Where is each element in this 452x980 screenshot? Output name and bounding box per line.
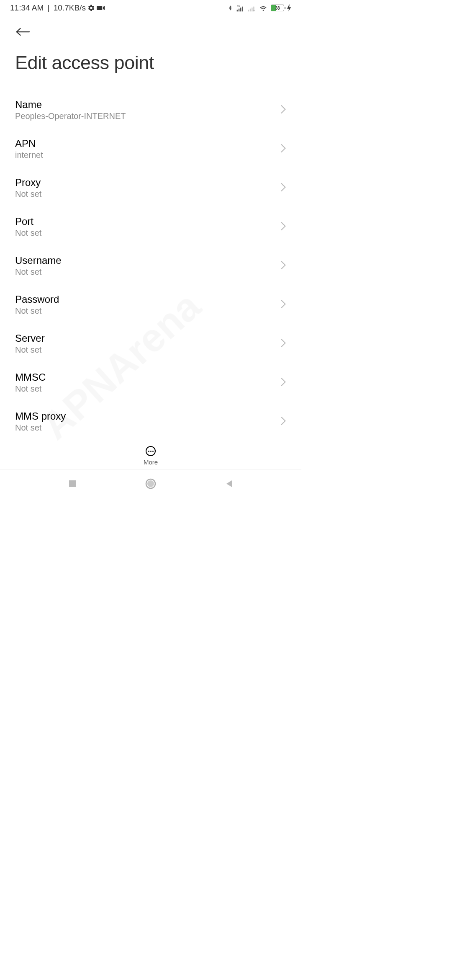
more-button[interactable]: More (144, 446, 158, 466)
svg-rect-8 (252, 8, 253, 11)
setting-mmsc[interactable]: MMSC Not set (15, 363, 286, 402)
status-time: 11:34 AM (10, 3, 44, 13)
chevron-right-icon (280, 299, 286, 310)
setting-password[interactable]: Password Not set (15, 285, 286, 324)
setting-port[interactable]: Port Not set (15, 207, 286, 246)
setting-value: Not set (15, 345, 45, 355)
camera-icon (97, 5, 105, 11)
svg-point-14 (147, 480, 154, 487)
signal-none-icon: × (247, 4, 256, 12)
setting-value: Peoples-Operator-INTERNET (15, 111, 126, 121)
setting-name[interactable]: Name Peoples-Operator-INTERNET (15, 90, 286, 129)
nav-back-button[interactable] (221, 475, 237, 492)
svg-marker-15 (226, 480, 232, 487)
setting-value: Not set (15, 306, 59, 316)
square-icon (68, 480, 77, 488)
settings-list: Name Peoples-Operator-INTERNET APN inter… (0, 90, 301, 441)
bottom-toolbar: More (0, 441, 301, 469)
circle-icon (145, 478, 156, 489)
nav-home-button[interactable] (142, 475, 159, 492)
setting-apn[interactable]: APN internet (15, 129, 286, 168)
setting-server[interactable]: Server Not set (15, 324, 286, 363)
bluetooth-icon (227, 4, 233, 12)
setting-value: Not set (15, 189, 41, 199)
setting-value: Not set (15, 423, 66, 433)
wifi-icon (259, 4, 268, 12)
more-icon (146, 446, 156, 456)
setting-label: Port (15, 216, 41, 227)
signal-4g-icon: 4G (236, 4, 244, 12)
svg-rect-12 (69, 480, 76, 487)
setting-username[interactable]: Username Not set (15, 246, 286, 285)
setting-label: Server (15, 333, 45, 344)
page-title: Edit access point (15, 52, 286, 74)
setting-label: Password (15, 294, 59, 305)
setting-proxy[interactable]: Proxy Not set (15, 168, 286, 207)
charging-icon (287, 4, 291, 12)
svg-text:4G: 4G (237, 5, 240, 8)
back-button[interactable] (15, 22, 35, 42)
status-bar: 11:34 AM | 10.7KB/s 4G × 38 (0, 0, 301, 15)
setting-label: Proxy (15, 177, 41, 188)
nav-recents-button[interactable] (64, 475, 81, 492)
chevron-right-icon (280, 377, 286, 388)
chevron-right-icon (280, 105, 286, 116)
chevron-right-icon (280, 260, 286, 271)
setting-label: Username (15, 255, 62, 266)
svg-rect-5 (242, 7, 243, 12)
setting-value: Not set (15, 228, 41, 238)
svg-rect-6 (248, 10, 249, 11)
nav-bar (0, 469, 301, 498)
triangle-left-icon (225, 480, 233, 488)
setting-label: MMS proxy (15, 410, 66, 422)
status-separator: | (45, 3, 52, 13)
status-data-rate: 10.7KB/s (54, 3, 86, 13)
chevron-right-icon (280, 222, 286, 232)
setting-value: Not set (15, 267, 62, 277)
chevron-right-icon (280, 144, 286, 155)
svg-rect-3 (239, 9, 240, 12)
more-label: More (144, 459, 158, 466)
chevron-right-icon (280, 416, 286, 427)
battery-percent: 38 (271, 6, 284, 10)
setting-label: MMSC (15, 371, 46, 383)
setting-value: internet (15, 150, 43, 160)
svg-rect-0 (97, 6, 102, 10)
setting-value: Not set (15, 384, 46, 394)
battery-icon: 38 (271, 5, 284, 11)
chevron-right-icon (280, 338, 286, 349)
setting-label: Name (15, 99, 126, 111)
arrow-left-icon (15, 27, 30, 37)
gear-icon (87, 4, 95, 12)
chevron-right-icon (280, 183, 286, 193)
svg-rect-2 (237, 10, 238, 11)
setting-label: APN (15, 138, 43, 150)
svg-text:×: × (253, 9, 254, 12)
setting-mms-proxy[interactable]: MMS proxy Not set (15, 402, 286, 441)
svg-rect-4 (240, 8, 241, 11)
svg-rect-7 (250, 9, 251, 12)
